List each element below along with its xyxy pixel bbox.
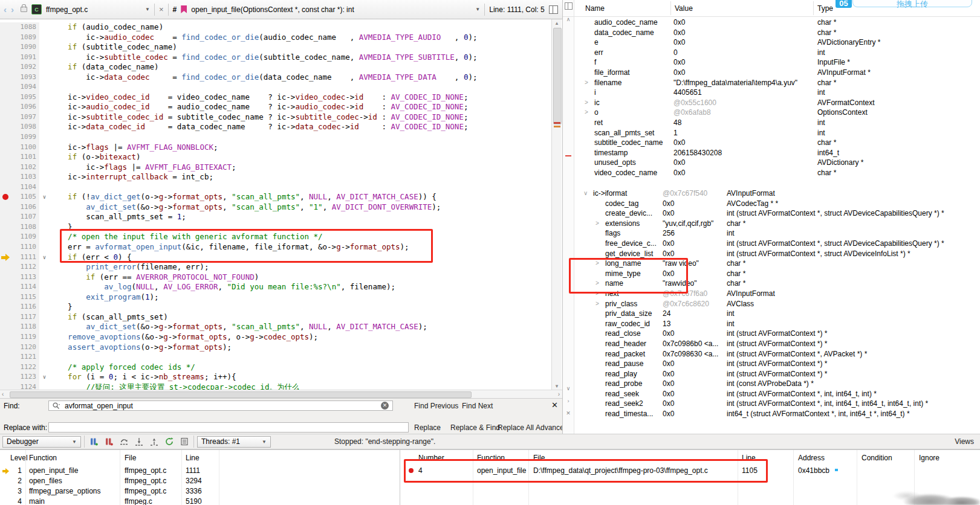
- variable-row[interactable]: read_seek0x0int (struct AVFormatContext …: [563, 389, 980, 399]
- close-document-icon[interactable]: ×: [159, 5, 164, 14]
- variable-row[interactable]: read_play0x0int (struct AVFormatContext …: [563, 369, 980, 379]
- restart-button[interactable]: [163, 436, 175, 447]
- line-number[interactable]: 1093: [12, 72, 39, 83]
- find-next-button[interactable]: Find Next: [462, 402, 493, 410]
- step-out-button[interactable]: [148, 436, 160, 447]
- variable-row[interactable]: f0x0InputFile *: [563, 57, 980, 68]
- breakpoint-margin[interactable]: [0, 272, 12, 283]
- code-line[interactable]: 1096 ic->audio_codec_id = audio_codec_na…: [0, 102, 551, 112]
- variable-row[interactable]: create_devic...0x0int (struct AVFormatCo…: [563, 208, 980, 219]
- variable-row[interactable]: >next@0x7c67f6a0AVInputFormat: [563, 289, 980, 299]
- code-line[interactable]: 1108 }: [0, 222, 551, 233]
- variable-row[interactable]: codec_tag0x0AVCodecTag * *: [563, 199, 980, 209]
- replace-all-button[interactable]: Replace All: [498, 423, 534, 432]
- line-number[interactable]: 1096: [12, 102, 39, 112]
- code-line[interactable]: 1107 scan_all_pmts_set = 1;: [0, 212, 551, 222]
- stack-frame-row[interactable]: 2open_filesffmpeg_opt.c3294: [0, 476, 399, 486]
- line-number[interactable]: 1094: [12, 82, 39, 92]
- scroll-up-icon[interactable]: ▴: [552, 20, 562, 26]
- line-number[interactable]: 1117: [12, 312, 39, 323]
- line-number[interactable]: 1121: [12, 352, 39, 362]
- line-number[interactable]: 1118: [12, 322, 39, 332]
- line-number[interactable]: 1105: [12, 192, 39, 202]
- variable-row[interactable]: >extensions"yuv,cif,qcif,rgb"char *: [563, 219, 980, 229]
- line-number[interactable]: 1095: [12, 92, 39, 103]
- variable-row[interactable]: ret48int: [563, 118, 980, 128]
- code-line[interactable]: 1109 /* open the input file with generic…: [0, 232, 551, 242]
- code-line[interactable]: 1110 err = avformat_open_input(&ic, file…: [0, 242, 551, 252]
- line-number[interactable]: 1092: [12, 62, 39, 72]
- replace-button[interactable]: Replace: [414, 423, 441, 432]
- breakpoint-margin[interactable]: [0, 162, 12, 173]
- variable-row[interactable]: read_header0x7c0986b0 <a...int (struct A…: [563, 339, 980, 349]
- scroll-right-icon[interactable]: ›: [558, 391, 560, 397]
- breakpoint-margin[interactable]: [0, 292, 12, 303]
- breakpoint-margin[interactable]: [0, 102, 12, 112]
- breakpoint-margin[interactable]: [0, 112, 12, 123]
- breakpoint-margin[interactable]: [0, 302, 12, 312]
- variable-row[interactable]: timestamp206158430208int64_t: [563, 148, 980, 158]
- code-line[interactable]: 1123∨ for (i = 0; i < ic->nb_streams; i+…: [0, 372, 551, 382]
- views-button[interactable]: Views: [955, 437, 974, 446]
- breakpoint-margin[interactable]: [0, 22, 12, 33]
- breakpoint-marker[interactable]: [2, 194, 8, 200]
- variable-row[interactable]: subtitle_codec_name0x0char *: [563, 138, 980, 148]
- fold-marker-icon[interactable]: ∨: [39, 372, 50, 382]
- step-over-button[interactable]: [118, 436, 130, 447]
- line-number[interactable]: 1111: [12, 252, 39, 263]
- variable-row[interactable]: read_seek20x0int (struct AVFormatContext…: [563, 399, 980, 409]
- breakpoint-margin[interactable]: [0, 343, 12, 353]
- find-input[interactable]: [48, 400, 393, 411]
- breakpoint-row[interactable]: 4open_input_fileD:\ffmpeg_data\qt_projec…: [400, 466, 980, 476]
- line-number[interactable]: 1120: [12, 343, 39, 353]
- line-number[interactable]: 1091: [12, 53, 39, 63]
- line-number[interactable]: 1124: [12, 382, 39, 390]
- stack-frame-row[interactable]: 4mainffmpeg.c5190: [0, 497, 399, 505]
- code-line[interactable]: 1120 assert_avoptions(o->g->format_opts)…: [0, 343, 551, 353]
- line-number[interactable]: 1107: [12, 212, 39, 222]
- variable-row[interactable]: err0int: [563, 48, 980, 58]
- variable-row[interactable]: read_pause0x0int (struct AVFormatContext…: [563, 359, 980, 369]
- step-into-button[interactable]: [133, 436, 145, 447]
- code-line[interactable]: 1089 ic->audio_codec = find_codec_or_die…: [0, 33, 551, 43]
- code-line[interactable]: 1100 ic->flags |= AVFMT_FLAG_NONBLOCK;: [0, 143, 551, 153]
- breakpoint-margin[interactable]: [0, 92, 12, 103]
- threads-combo[interactable]: Threads: #1 ▼: [197, 436, 271, 448]
- variable-row[interactable]: audio_codec_name0x0char *: [563, 18, 980, 28]
- scroll-down-icon[interactable]: ▾: [552, 383, 562, 389]
- breakpoint-margin[interactable]: [0, 372, 12, 382]
- symbol-dropdown[interactable]: open_input_file(OptionsContext *, const …: [191, 3, 480, 16]
- fold-marker-icon[interactable]: ∨: [39, 192, 50, 202]
- code-line[interactable]: 1102 ic->flags |= AVFMT_FLAG_BITEXACT;: [0, 162, 551, 173]
- editor-horizontal-scrollbar[interactable]: ‹ ›: [0, 390, 562, 398]
- line-number[interactable]: 1113: [12, 272, 39, 283]
- line-number[interactable]: 1099: [12, 132, 39, 143]
- open-document-dropdown[interactable]: ffmpeg_opt.c ▼: [46, 3, 150, 16]
- collapse-icon[interactable]: ∨: [583, 188, 588, 199]
- code-line[interactable]: 1093 ic->data_codec = find_codec_or_die(…: [0, 72, 551, 83]
- replace-input[interactable]: [48, 422, 409, 433]
- nav-forward-icon[interactable]: ›: [11, 5, 14, 14]
- variable-row[interactable]: >priv_class@0x7c6c8620AVClass: [563, 299, 980, 309]
- code-line[interactable]: 1111∨ if (err < 0) {: [0, 252, 551, 263]
- breakpoint-margin[interactable]: [0, 182, 12, 193]
- code-line[interactable]: 1088 if (audio_codec_name): [0, 22, 551, 33]
- breakpoint-margin[interactable]: [0, 212, 12, 222]
- line-number[interactable]: 1103: [12, 172, 39, 182]
- breakpoint-margin[interactable]: [0, 282, 12, 292]
- variable-row[interactable]: file_iformat0x0AVInputFormat *: [563, 68, 980, 78]
- code-line[interactable]: 1112 print_error(filename, err);: [0, 262, 551, 272]
- breakpoint-margin[interactable]: [0, 332, 12, 343]
- line-number[interactable]: 1102: [12, 162, 39, 173]
- variable-row[interactable]: >filename"D:\ffmpeg_data\material\temp4\…: [563, 78, 980, 88]
- variable-row[interactable]: free_device_c...0x0int (struct AVFormatC…: [563, 239, 980, 249]
- split-editor-icon[interactable]: [549, 5, 558, 14]
- line-number[interactable]: 1119: [12, 332, 39, 343]
- code-line[interactable]: 1114 av_log(NULL, AV_LOG_ERROR, "Did you…: [0, 282, 551, 292]
- code-editor[interactable]: 1088 if (audio_codec_name)1089 ic->audio…: [0, 19, 551, 390]
- variable-row[interactable]: >name"rawvideo"char *: [563, 278, 980, 289]
- breakpoint-margin[interactable]: [0, 42, 12, 53]
- fold-marker-icon[interactable]: ∨: [39, 252, 50, 263]
- variable-row[interactable]: i4405651int: [563, 88, 980, 98]
- variable-row[interactable]: >long_name"raw video"char *: [563, 259, 980, 269]
